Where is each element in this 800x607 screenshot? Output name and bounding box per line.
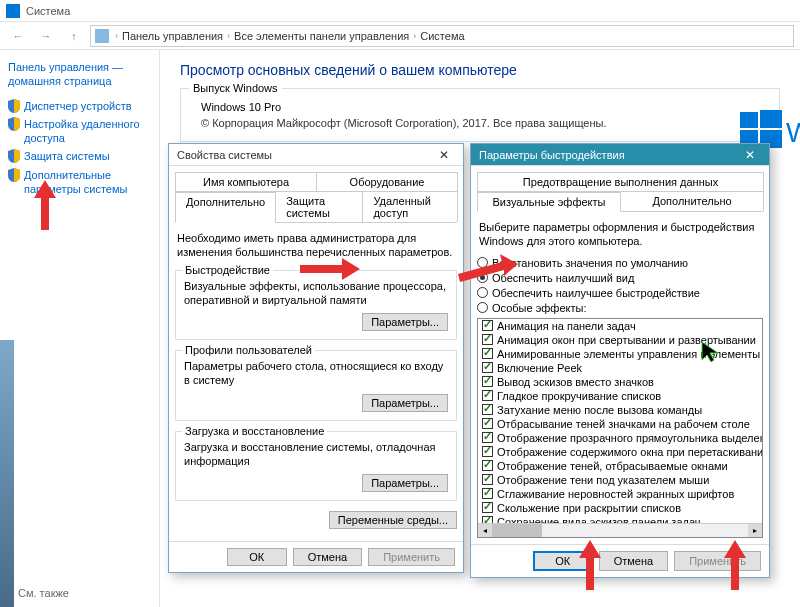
- svg-rect-1: [760, 110, 782, 128]
- tab-dep[interactable]: Предотвращение выполнения данных: [477, 172, 764, 191]
- checkbox-icon: [482, 446, 493, 457]
- perf-hint: Выберите параметры оформления и быстроде…: [479, 220, 761, 249]
- see-also-label: См. также: [14, 583, 73, 603]
- checklist-item[interactable]: Отображение прозрачного прямоугольника в…: [478, 431, 762, 445]
- system-properties-dialog: Свойства системы ✕ Имя компьютера Оборуд…: [168, 143, 464, 573]
- sidebar-link-system-protection[interactable]: Защита системы: [8, 149, 151, 163]
- checkbox-icon: [482, 418, 493, 429]
- dialog-footer: ОК Отмена Применить: [169, 541, 463, 572]
- nav-back-button[interactable]: ←: [6, 25, 30, 47]
- tab-outer-row: Предотвращение выполнения данных: [477, 172, 763, 192]
- checklist-item[interactable]: Отбрасывание теней значками на рабочем с…: [478, 417, 762, 431]
- user-profiles-settings-button[interactable]: Параметры...: [362, 394, 448, 412]
- tab-advanced[interactable]: Дополнительно: [175, 192, 276, 223]
- radio-icon: [477, 272, 488, 283]
- checkbox-icon: [482, 362, 493, 373]
- startup-recovery-group: Загрузка и восстановление Загрузка и вос…: [175, 431, 457, 502]
- radio-best-performance[interactable]: Обеспечить наилучшее быстродействие: [477, 287, 763, 299]
- radio-custom[interactable]: Особые эффекты:: [477, 302, 763, 314]
- close-button[interactable]: ✕: [429, 146, 459, 164]
- checklist-item[interactable]: Отображение теней, отбрасываемые окнами: [478, 459, 762, 473]
- address-bar: ← → ↑ › Панель управления › Все элементы…: [0, 22, 800, 50]
- nav-forward-button[interactable]: →: [34, 25, 58, 47]
- checkbox-icon: [482, 488, 493, 499]
- scroll-left-arrow[interactable]: ◂: [478, 524, 492, 537]
- checklist-item[interactable]: Анимация окон при свертывании и разверты…: [478, 333, 762, 347]
- dialog-footer: ОК Отмена Применить: [471, 544, 769, 577]
- apply-button[interactable]: Применить: [674, 551, 761, 571]
- system-icon: [6, 4, 20, 18]
- horizontal-scrollbar[interactable]: ◂ ▸: [478, 523, 762, 537]
- performance-settings-button[interactable]: Параметры...: [362, 313, 448, 331]
- sidebar-link-advanced-system[interactable]: Дополнительные параметры системы: [8, 168, 151, 197]
- checklist-item[interactable]: Анимированные элементы управления и элем…: [478, 347, 762, 361]
- scroll-right-arrow[interactable]: ▸: [748, 524, 762, 537]
- tab-remote[interactable]: Удаленный доступ: [362, 191, 458, 222]
- ok-button[interactable]: ОК: [533, 551, 593, 571]
- window-title: Система: [26, 5, 70, 17]
- svg-text:Wi: Wi: [786, 117, 800, 148]
- dialog-titlebar[interactable]: Свойства системы ✕: [169, 144, 463, 166]
- checkbox-icon: [482, 320, 493, 331]
- window-titlebar: Система: [0, 0, 800, 22]
- svg-rect-0: [740, 112, 758, 128]
- shield-icon: [8, 149, 20, 163]
- checklist-item[interactable]: Скольжение при раскрытии списков: [478, 501, 762, 515]
- checkbox-icon: [482, 432, 493, 443]
- admin-hint: Необходимо иметь права администратора дл…: [177, 231, 455, 260]
- performance-options-dialog: Параметры быстродействия ✕ Предотвращени…: [470, 143, 770, 578]
- checklist-item[interactable]: Отображение тени под указателем мыши: [478, 473, 762, 487]
- tab-computer-name[interactable]: Имя компьютера: [175, 172, 317, 191]
- radio-restore-defaults[interactable]: Восстановить значения по умолчанию: [477, 257, 763, 269]
- checkbox-icon: [482, 404, 493, 415]
- shield-icon: [8, 99, 20, 113]
- checklist-item[interactable]: Затухание меню после вызова команды: [478, 403, 762, 417]
- checklist-item[interactable]: Включение Peek: [478, 361, 762, 375]
- sidebar-link-remote-settings[interactable]: Настройка удаленного доступа: [8, 117, 151, 146]
- checkbox-icon: [482, 390, 493, 401]
- user-profiles-group: Профили пользователей Параметры рабочего…: [175, 350, 457, 421]
- startup-settings-button[interactable]: Параметры...: [362, 474, 448, 492]
- tab-visual-effects[interactable]: Визуальные эффекты: [477, 192, 621, 212]
- checkbox-icon: [482, 348, 493, 359]
- checklist-item[interactable]: Сглаживание неровностей экранных шрифтов: [478, 487, 762, 501]
- checkbox-icon: [482, 334, 493, 345]
- checkbox-icon: [482, 502, 493, 513]
- windows-logo: Wi: [740, 108, 800, 148]
- cancel-button[interactable]: Отмена: [293, 548, 362, 566]
- copyright-text: © Корпорация Майкрософт (Microsoft Corpo…: [201, 117, 769, 129]
- checklist-item[interactable]: Анимация на панели задач: [478, 319, 762, 333]
- performance-group: Быстродействие Визуальные эффекты, испол…: [175, 270, 457, 341]
- checklist-item[interactable]: Отображение содержимого окна при перетас…: [478, 445, 762, 459]
- windows-edition-group: Выпуск Windows Windows 10 Pro © Корпорац…: [180, 88, 780, 142]
- checkbox-icon: [482, 460, 493, 471]
- tab-inner-row: Визуальные эффекты Дополнительно: [477, 191, 763, 212]
- close-button[interactable]: ✕: [735, 146, 765, 164]
- control-panel-home-link[interactable]: Панель управления — домашняя страница: [8, 60, 151, 89]
- tab-advanced[interactable]: Дополнительно: [620, 191, 764, 211]
- checklist-item[interactable]: Гладкое прокручивание списков: [478, 389, 762, 403]
- tabs-row-2: Дополнительно Защита системы Удаленный д…: [175, 191, 457, 223]
- checklist-item[interactable]: Вывод эскизов вместо значков: [478, 375, 762, 389]
- cancel-button[interactable]: Отмена: [599, 551, 668, 571]
- product-name: Windows 10 Pro: [201, 101, 769, 113]
- scroll-thumb[interactable]: [492, 524, 542, 537]
- effects-checklist[interactable]: Анимация на панели задачАнимация окон пр…: [477, 318, 763, 538]
- dialog-titlebar[interactable]: Параметры быстродействия ✕: [471, 144, 769, 166]
- page-heading: Просмотр основных сведений о вашем компь…: [180, 62, 780, 78]
- tab-hardware[interactable]: Оборудование: [316, 172, 458, 191]
- tab-system-protection[interactable]: Защита системы: [275, 191, 363, 222]
- apply-button[interactable]: Применить: [368, 548, 455, 566]
- ok-button[interactable]: ОК: [227, 548, 287, 566]
- shield-icon: [8, 117, 20, 131]
- sidebar-link-device-manager[interactable]: Диспетчер устройств: [8, 99, 151, 113]
- radio-icon: [477, 257, 488, 268]
- nav-up-button[interactable]: ↑: [62, 25, 86, 47]
- shield-icon: [8, 168, 20, 182]
- environment-variables-button[interactable]: Переменные среды...: [329, 511, 457, 529]
- tabs-row-1: Имя компьютера Оборудование: [175, 172, 457, 192]
- checkbox-icon: [482, 474, 493, 485]
- control-panel-icon: [95, 29, 109, 43]
- breadcrumb[interactable]: › Панель управления › Все элементы панел…: [90, 25, 794, 47]
- radio-best-appearance[interactable]: Обеспечить наилучший вид: [477, 272, 763, 284]
